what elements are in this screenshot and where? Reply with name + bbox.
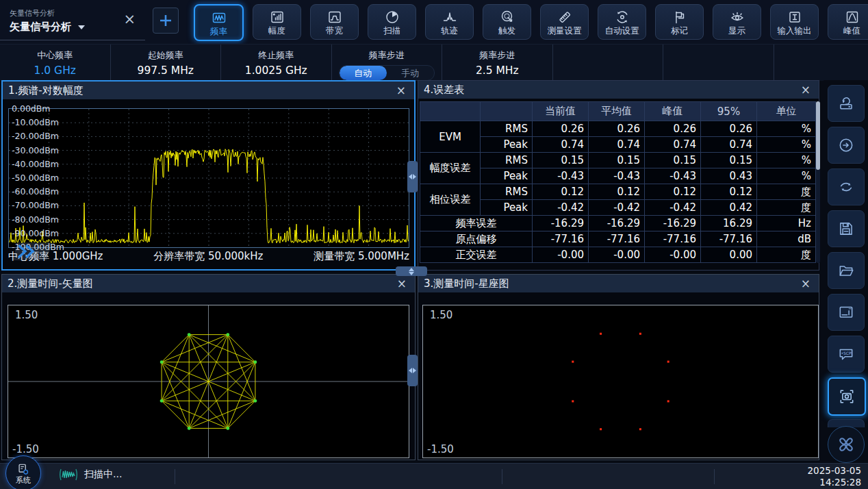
table-row: EVMRMS0.260.260.260.26% [420, 121, 816, 137]
vertical-splitter-handle-top[interactable] [407, 161, 418, 192]
scrollbar-thumb[interactable] [816, 101, 820, 170]
toggle-auto-option[interactable]: 自动 [340, 66, 387, 80]
empty-field-3 [774, 45, 868, 81]
frequency-icon [211, 10, 227, 26]
row-sub-label: Peak [481, 137, 533, 153]
close-workspace-icon[interactable]: × [119, 11, 145, 29]
toolbar-button-peak[interactable]: 峰值 [828, 4, 868, 40]
constellation-y-max-label: 1.50 [430, 309, 452, 321]
sidebar-button-scpi-console[interactable]: SCPI [828, 336, 865, 373]
sweep-icon [384, 9, 400, 25]
frequency-step-field[interactable]: 频率步进 2.5 MHz [442, 45, 553, 81]
unit-cell: % [757, 168, 816, 184]
constellation-title: 3.测量时间-星座图 [424, 277, 509, 290]
value-cell: -0.42 [533, 200, 589, 216]
spectrum-panel-title: 1.频谱-对数幅度 [8, 84, 84, 97]
sidebar-button-navigation-pinwheel[interactable] [828, 426, 865, 463]
expand-chevrons-icon[interactable] [12, 242, 52, 261]
status-bar: 系统 扫描中... 2025-03-05 14:25:28 [0, 463, 868, 489]
y-axis-tick-label: -50.00dBm [12, 173, 59, 183]
toolbar-button-input-output[interactable]: 输入输出 [770, 4, 819, 40]
constellation-close-icon[interactable]: × [793, 277, 819, 290]
value-cell: -0.00 [645, 247, 701, 263]
sidebar-button-window-layout[interactable] [828, 294, 865, 331]
sidebar-button-restart[interactable] [828, 168, 865, 205]
stop-frequency-field[interactable]: 终止频率 1.0025 GHz [221, 45, 332, 81]
frequency-step-mode-toggle[interactable]: 自动 手动 [339, 65, 435, 81]
sidebar-button-continue-arrow[interactable] [828, 127, 865, 164]
toolbar-button-bandwidth[interactable]: 带宽 [310, 4, 359, 40]
y-axis-tick-label: -40.00dBm [12, 159, 59, 169]
toolbar-button-amplitude[interactable]: 幅度 [253, 4, 301, 40]
vector-diagram-trace [8, 305, 409, 457]
toolbar-button-sweep[interactable]: 扫描 [368, 4, 416, 40]
error-table-scrollbar[interactable] [816, 101, 820, 263]
toolbar-button-trigger[interactable]: 触发 [483, 4, 531, 40]
toolbar-button-display[interactable]: 显示 [713, 4, 761, 40]
row-group-label: EVM [420, 121, 481, 153]
system-button[interactable]: 系统 [5, 455, 41, 489]
value-cell: 0.26 [701, 121, 757, 137]
toolbar-button-marker[interactable]: 标记 [655, 4, 704, 40]
y-axis-tick-label: -20.00dBm [12, 131, 59, 141]
y-axis-tick-label: 0.00dBm [12, 103, 51, 114]
row-sub-label: RMS [481, 153, 533, 168]
add-workspace-button[interactable] [153, 8, 179, 34]
unit-cell: 度 [757, 200, 816, 216]
chevron-down-icon[interactable] [78, 25, 85, 29]
ribbon-toolbar: 频率幅度带宽扫描轨迹触发测量设置自动设置标记显示输入输出峰值 [194, 4, 868, 41]
value-cell: -77.16 [533, 231, 589, 247]
row-label: 正交误差 [420, 247, 533, 263]
value-cell: 0.26 [589, 121, 645, 137]
vector-diagram-title: 2.测量时间-矢量图 [8, 277, 93, 290]
table-header-cell: 平均值 [589, 102, 645, 121]
amplitude-icon [269, 9, 285, 25]
value-cell: 0.12 [589, 184, 645, 200]
date-text: 2025-03-05 [808, 465, 861, 477]
value-cell: 0.43 [701, 168, 757, 184]
toolbar-button-auto-settings[interactable]: 自动设置 [598, 4, 646, 40]
value-cell: 0.12 [645, 184, 701, 200]
trigger-icon [499, 9, 515, 25]
vector-diagram-plot[interactable]: 1.50 -1.50 [8, 305, 409, 458]
horizontal-splitter-handle[interactable] [396, 266, 427, 276]
error-table-close-icon[interactable]: × [793, 83, 819, 97]
sidebar-button-screenshot-camera[interactable] [828, 377, 866, 416]
value-cell: -16.29 [533, 216, 589, 231]
trace-icon [442, 9, 458, 25]
value-cell: -16.29 [589, 216, 645, 231]
vector-diagram-panel: 2.测量时间-矢量图 × 1.50 -1.50 [1, 274, 416, 460]
vertical-splitter-handle-bottom[interactable] [407, 355, 418, 386]
constellation-plot[interactable]: 1.50 -1.50 [422, 305, 819, 458]
system-button-label: 系统 [16, 477, 31, 484]
toolbar-button-frequency[interactable]: 频率 [194, 4, 244, 41]
toggle-manual-option[interactable]: 手动 [387, 66, 434, 80]
row-sub-label: RMS [481, 121, 533, 137]
toolbar-button-trace[interactable]: 轨迹 [425, 4, 474, 40]
spectrum-panel: 1.频谱-对数幅度 × 0.00dBm-10.00dBm-20.00dBm-30… [1, 80, 416, 271]
spectrum-close-icon[interactable]: × [388, 84, 414, 97]
sweep-status-text: 扫描中... [84, 468, 122, 481]
vector-diagram-close-icon[interactable]: × [389, 277, 415, 290]
spectrum-plot[interactable]: 0.00dBm-10.00dBm-20.00dBm-30.00dBm-40.00… [8, 108, 409, 248]
toolbar-button-measure-settings[interactable]: 测量设置 [540, 4, 589, 40]
status-divider [714, 469, 715, 484]
center-frequency-field[interactable]: 中心频率 1.0 GHz [0, 45, 111, 81]
sidebar-button-open-folder[interactable] [828, 252, 865, 289]
datetime-display: 2025-03-05 14:25:28 [808, 465, 861, 488]
y-axis-tick-label: -60.00dBm [12, 186, 59, 197]
stop-frequency-value: 1.0025 GHz [245, 64, 307, 77]
sidebar-button-preset[interactable] [828, 85, 865, 122]
value-cell: -0.00 [589, 247, 645, 263]
top-toolbar: 矢量信号分析 矢量信号分析 × 频率幅度带宽扫描轨迹触发测量设置自动设置标记显示… [0, 0, 868, 44]
value-cell: 0.74 [533, 137, 589, 153]
marker-icon [672, 9, 688, 25]
y-axis-tick-label: -80.00dBm [12, 214, 59, 225]
start-frequency-field[interactable]: 起始频率 997.5 MHz [111, 45, 222, 81]
system-gear-icon [16, 463, 31, 477]
vector-diagram-titlebar: 2.测量时间-矢量图 × [2, 275, 415, 292]
constellation-y-min-label: -1.50 [427, 443, 454, 455]
sidebar-button-save[interactable] [828, 210, 865, 247]
spectrum-panel-titlebar: 1.频谱-对数幅度 × [3, 82, 414, 99]
workspace-tab[interactable]: 矢量信号分析 矢量信号分析 × [0, 0, 145, 40]
